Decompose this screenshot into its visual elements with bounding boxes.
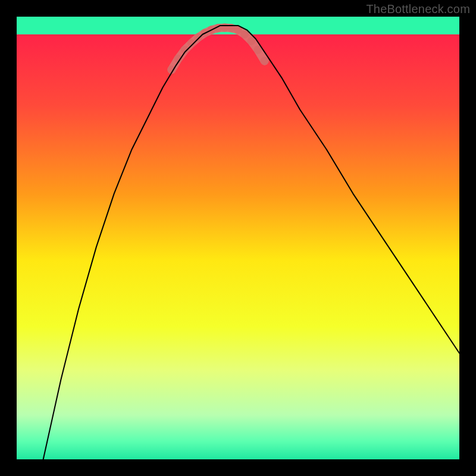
plot-svg bbox=[17, 17, 459, 459]
optimal-range-dot bbox=[261, 57, 269, 65]
chart-frame: TheBottleneck.com bbox=[0, 0, 476, 476]
gradient-background bbox=[17, 17, 459, 459]
watermark-text: TheBottleneck.com bbox=[366, 2, 470, 16]
plot-area bbox=[17, 17, 459, 459]
